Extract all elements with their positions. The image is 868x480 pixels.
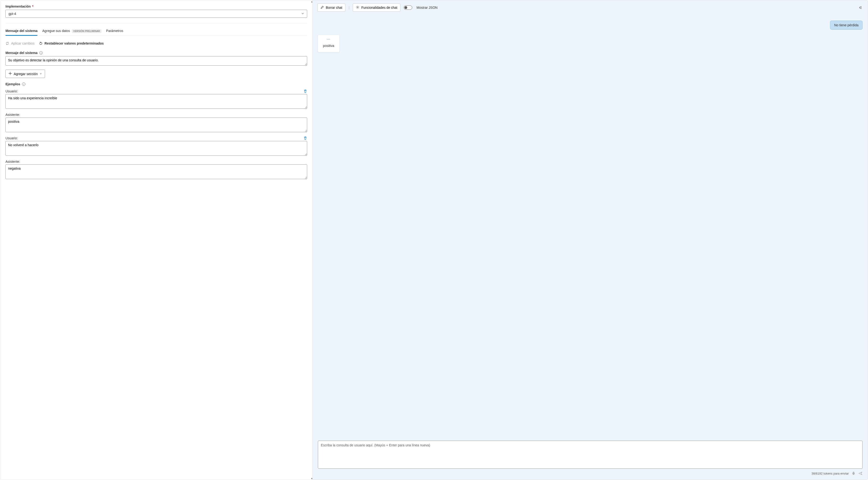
info-icon[interactable]: i [22, 83, 25, 86]
scroll-up-arrow[interactable]: ▴ [311, 0, 312, 3]
apply-changes-button: Aplicar cambios [5, 40, 35, 47]
user-message: No tiene pérdida [830, 21, 863, 30]
deployment-select[interactable]: gpt-4 [5, 10, 307, 18]
tab-system-message[interactable]: Mensaje del sistema [5, 27, 37, 36]
example-assistant-label: Asistente: [5, 160, 307, 163]
deployment-label-text: Implementación [5, 4, 31, 8]
chevron-down-icon [301, 12, 304, 15]
chat-body[interactable]: No tiene pérdida ··· positiva [313, 15, 868, 438]
reset-icon [39, 41, 43, 45]
config-panel: ▴ Implementación * gpt-4 Mensaje del sis… [0, 0, 313, 480]
system-message-label: Mensaje del sistema i [5, 51, 307, 55]
chat-features-label: Funcionalidades de chat [361, 6, 397, 9]
examples-label-text: Ejemplos [5, 82, 20, 86]
reset-defaults-button[interactable]: Restablecer valores predeterminados [39, 40, 104, 47]
divider [5, 23, 307, 23]
broom-icon [320, 5, 324, 10]
deployment-value: gpt-4 [8, 12, 16, 15]
chevron-down-icon [39, 72, 42, 75]
config-tabs: Mensaje del sistema Agregue sus datos VE… [5, 27, 307, 36]
speaker-icon[interactable] [859, 5, 863, 10]
token-status: 38/8192 tokens para enviar [811, 472, 849, 475]
example-assistant-label: Asistente: [5, 113, 307, 117]
tab-add-data[interactable]: Agregue sus datos VERSIÓN PRELIMINAR [42, 27, 101, 36]
add-section-label: Agregar sección [14, 72, 38, 76]
role-assistant-text: Asistente: [5, 113, 20, 117]
show-json-label: Mostrar JSON [416, 6, 438, 9]
message-menu-icon[interactable]: ··· [323, 37, 334, 41]
action-row: Aplicar cambios Restablecer valores pred… [5, 40, 307, 47]
scroll-down-arrow[interactable]: ▾ [311, 477, 312, 480]
chat-panel: Borrar chat | Funcionalidades de chat Mo… [313, 0, 868, 480]
example-user-label: Usuario: [5, 136, 307, 140]
gear-icon [356, 5, 359, 10]
role-assistant-text: Asistente: [5, 160, 20, 163]
config-scroll[interactable]: Implementación * gpt-4 Mensaje del siste… [0, 0, 312, 480]
example-user-input[interactable] [5, 141, 307, 156]
assistant-message-text: positiva [323, 44, 334, 47]
example-user-label: Usuario: [5, 89, 307, 93]
tab-label: Parámetros [106, 29, 123, 33]
chat-footer: 38/8192 tokens para enviar [313, 438, 868, 480]
deployment-label: Implementación * [5, 4, 307, 8]
toggle-knob [404, 6, 407, 9]
app-root: ▴ Implementación * gpt-4 Mensaje del sis… [0, 0, 868, 480]
reset-label: Restablecer valores predeterminados [44, 41, 104, 45]
svg-point-0 [357, 7, 358, 8]
svg-rect-1 [853, 472, 854, 474]
chat-features-button[interactable]: Funcionalidades de chat [353, 4, 400, 11]
plus-icon [8, 72, 12, 76]
required-star: * [32, 4, 33, 8]
chat-input[interactable] [318, 441, 863, 469]
sync-icon [5, 41, 9, 45]
delete-example-button[interactable] [303, 136, 307, 140]
delete-example-button[interactable] [303, 89, 307, 93]
toolbar-separator: | [349, 6, 350, 9]
system-message-input[interactable] [5, 56, 307, 66]
example-user-input[interactable] [5, 94, 307, 109]
show-json-toggle[interactable] [404, 5, 412, 10]
info-icon[interactable]: i [39, 51, 43, 55]
tab-label: Agregue sus datos [42, 29, 70, 33]
example-assistant-input[interactable] [5, 164, 307, 179]
system-message-label-text: Mensaje del sistema [5, 51, 37, 55]
tab-parameters[interactable]: Parámetros [106, 27, 123, 36]
examples-label: Ejemplos i [5, 82, 307, 86]
chat-toolbar: Borrar chat | Funcionalidades de chat Mo… [313, 0, 868, 15]
assistant-message: ··· positiva [318, 35, 339, 52]
user-message-text: No tiene pérdida [834, 23, 859, 27]
clear-chat-button[interactable]: Borrar chat [317, 4, 345, 11]
preview-badge: VERSIÓN PRELIMINAR [72, 29, 101, 33]
role-user-text: Usuario: [5, 136, 18, 140]
role-user-text: Usuario: [5, 89, 18, 93]
tab-label: Mensaje del sistema [5, 29, 37, 33]
microphone-icon[interactable] [851, 472, 856, 475]
clear-chat-label: Borrar chat [326, 6, 342, 9]
add-section-button[interactable]: Agregar sección [5, 70, 45, 78]
apply-label: Aplicar cambios [11, 41, 35, 45]
example-assistant-input[interactable] [5, 118, 307, 132]
send-icon[interactable] [858, 471, 863, 476]
footer-row: 38/8192 tokens para enviar [318, 471, 863, 476]
